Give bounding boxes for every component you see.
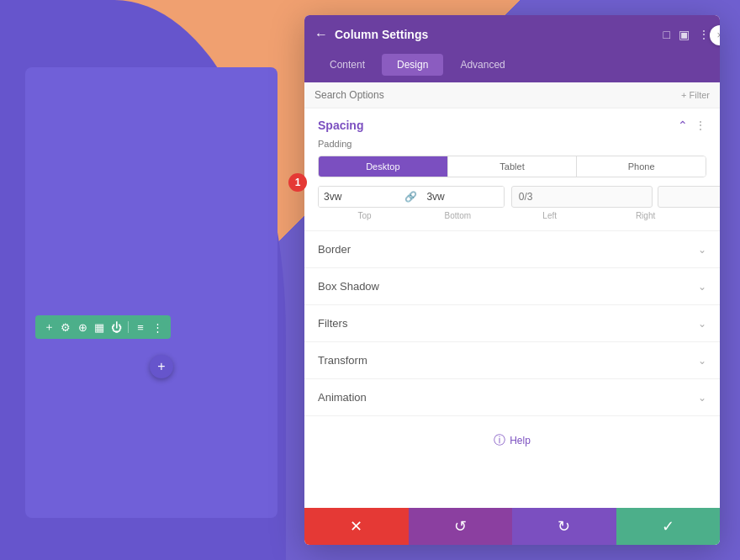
padding-top-input[interactable]: [319, 187, 400, 207]
tab-advanced[interactable]: Advanced: [445, 54, 520, 76]
help-button[interactable]: ⓘ Help: [304, 416, 720, 465]
border-section-header[interactable]: Border ⌄: [304, 231, 720, 267]
canvas-toolbar[interactable]: ＋ ⚙ ⊕ ▦ ⏻ ≡ ⋮: [35, 315, 171, 339]
device-tab-phone[interactable]: Phone: [577, 156, 706, 177]
tab-content[interactable]: Content: [314, 54, 380, 76]
settings-icon[interactable]: ⚙: [59, 320, 72, 334]
padding-bottom-input[interactable]: [421, 187, 503, 207]
filters-header[interactable]: Filters ⌄: [304, 305, 720, 341]
spacing-more-icon[interactable]: ⋮: [695, 119, 706, 132]
animation-actions: ⌄: [698, 392, 706, 404]
duplicate-icon[interactable]: ⊕: [76, 320, 89, 334]
border-actions: ⌄: [698, 244, 706, 256]
padding-input-labels: Top Bottom Left Right: [304, 211, 720, 230]
panel-title: Column Settings: [335, 28, 657, 41]
spacing-header[interactable]: Spacing ⌃ ⋮: [304, 108, 720, 135]
transform-title: Transform: [318, 354, 367, 367]
header-actions: □ ▣ ⋮: [663, 28, 710, 41]
filters-actions: ⌄: [698, 318, 706, 330]
top-label: Top: [318, 211, 411, 220]
border-title: Border: [318, 243, 351, 256]
panel-footer: ✕ ↺ ↻ ✓: [304, 508, 720, 545]
step-badge: 1: [288, 173, 307, 192]
transform-actions: ⌄: [698, 355, 706, 367]
animation-header[interactable]: Animation ⌄: [304, 379, 720, 415]
expand-icon[interactable]: ▣: [679, 28, 690, 41]
spacing-section: Spacing ⌃ ⋮ Padding Desktop Tablet Phone…: [304, 108, 720, 231]
transform-header[interactable]: Transform ⌄: [304, 342, 720, 378]
canvas-inner: [25, 67, 278, 518]
spacing-collapse-icon[interactable]: ⌃: [678, 119, 688, 132]
panel-body: Spacing ⌃ ⋮ Padding Desktop Tablet Phone…: [304, 108, 720, 508]
grid-icon[interactable]: ▦: [92, 320, 106, 334]
lock-icon[interactable]: ≡: [134, 320, 147, 334]
border-arrow-icon[interactable]: ⌄: [698, 244, 706, 256]
bottom-label: Bottom: [411, 211, 505, 220]
panel-tabs: Content Design Advanced: [304, 54, 720, 82]
search-bar: + Filter: [304, 82, 720, 108]
padding-top-bottom-group: 🔗: [318, 186, 505, 208]
settings-panel: × ← Column Settings □ ▣ ⋮ Content Design…: [304, 15, 720, 545]
minimize-icon[interactable]: □: [663, 28, 670, 41]
right-label: Right: [600, 211, 691, 220]
box-shadow-title: Box Shadow: [318, 280, 379, 293]
spacing-title: Spacing: [318, 119, 363, 132]
back-icon[interactable]: ←: [314, 27, 328, 42]
add-column-icon[interactable]: ＋: [42, 320, 56, 334]
help-circle-icon: ⓘ: [494, 433, 505, 448]
canvas-add-button[interactable]: +: [150, 355, 173, 378]
box-shadow-section: Box Shadow ⌄: [304, 268, 720, 305]
device-tab-tablet[interactable]: Tablet: [448, 156, 578, 177]
save-button[interactable]: ✓: [616, 508, 721, 545]
animation-arrow-icon[interactable]: ⌄: [698, 392, 706, 404]
toolbar-separator: [128, 321, 129, 333]
tab-design[interactable]: Design: [382, 54, 443, 76]
spacing-actions: ⌃ ⋮: [678, 119, 706, 132]
filters-section: Filters ⌄: [304, 305, 720, 342]
padding-label: Padding: [304, 135, 720, 156]
power-icon[interactable]: ⏻: [109, 320, 123, 334]
padding-left-input[interactable]: [511, 186, 653, 208]
box-shadow-header[interactable]: Box Shadow ⌄: [304, 268, 720, 304]
filters-title: Filters: [318, 317, 347, 330]
filters-arrow-icon[interactable]: ⌄: [698, 318, 706, 330]
more-icon[interactable]: ⋮: [151, 320, 164, 334]
border-section: Border ⌄: [304, 231, 720, 268]
animation-section: Animation ⌄: [304, 379, 720, 416]
filter-button[interactable]: + Filter: [681, 90, 710, 100]
left-label: Left: [505, 211, 595, 220]
cancel-button[interactable]: ✕: [304, 508, 409, 545]
redo-button[interactable]: ↻: [512, 508, 616, 545]
padding-right-input[interactable]: [658, 186, 720, 208]
more-options-icon[interactable]: ⋮: [698, 28, 710, 41]
animation-title: Animation: [318, 391, 367, 404]
link-icon[interactable]: 🔗: [400, 191, 421, 203]
box-shadow-arrow-icon[interactable]: ⌄: [698, 281, 706, 293]
panel-header: ← Column Settings □ ▣ ⋮: [304, 15, 720, 54]
help-label: Help: [510, 435, 531, 446]
box-shadow-actions: ⌄: [698, 281, 706, 293]
device-tab-desktop[interactable]: Desktop: [319, 156, 448, 177]
transform-arrow-icon[interactable]: ⌄: [698, 355, 706, 367]
undo-button[interactable]: ↺: [409, 508, 513, 545]
transform-section: Transform ⌄: [304, 342, 720, 379]
device-tabs: Desktop Tablet Phone: [318, 156, 706, 177]
padding-inputs: 🔗: [304, 186, 720, 211]
search-input[interactable]: [314, 89, 681, 101]
padding-left-right-group: [511, 186, 698, 208]
